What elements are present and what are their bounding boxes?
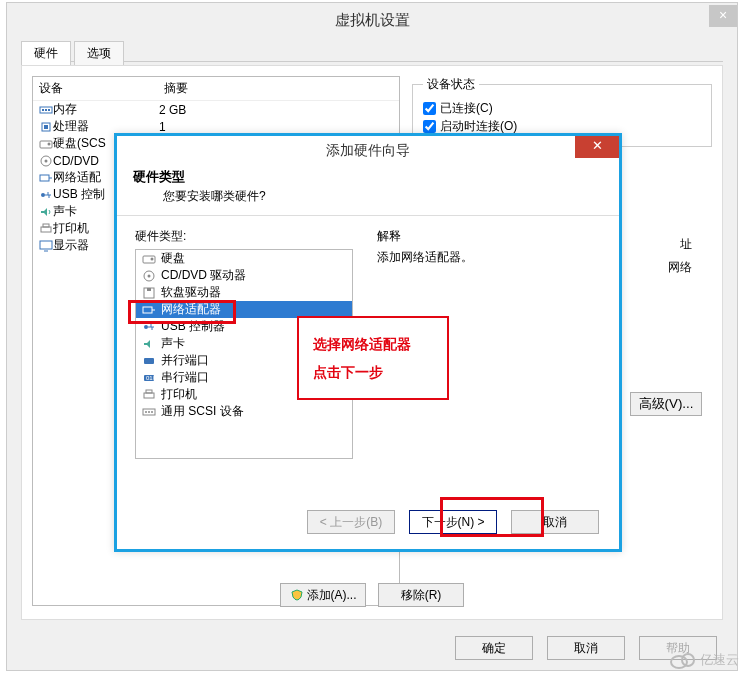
usb-icon [142, 321, 156, 333]
svg-rect-23 [144, 358, 154, 364]
type-label-text: CD/DVD 驱动器 [161, 267, 246, 284]
svg-rect-14 [40, 241, 52, 249]
annotation-callout: 选择网络适配器 点击下一步 [297, 316, 449, 400]
svg-rect-12 [41, 227, 51, 232]
hw-summary: 1 [159, 120, 166, 134]
hw-row-memory[interactable]: 内存 2 GB [33, 101, 399, 118]
cancel-button[interactable]: 取消 [511, 510, 599, 534]
ok-button[interactable]: 确定 [455, 636, 533, 660]
tabs-bar: 硬件 选项 [21, 40, 723, 62]
svg-point-7 [48, 142, 51, 145]
svg-point-30 [148, 411, 150, 413]
explanation-label: 解释 [377, 228, 601, 245]
type-scsi[interactable]: 通用 SCSI 设备 [136, 403, 352, 420]
disk-icon [39, 138, 53, 150]
wizard-button-bar: < 上一步(B) 下一步(N) > 取消 [307, 510, 599, 534]
annotation-line1: 选择网络适配器 [313, 330, 433, 358]
hw-label: CD/DVD [53, 154, 99, 168]
cpu-icon [39, 121, 53, 133]
next-button[interactable]: 下一步(N) > [409, 510, 497, 534]
explanation-text: 添加网络适配器。 [377, 249, 601, 266]
hardware-list-header: 设备 摘要 [33, 77, 399, 101]
svg-point-32 [671, 656, 687, 668]
parallel-icon [142, 355, 156, 367]
nic-icon [142, 304, 156, 316]
hw-label: 硬盘(SCS [53, 135, 106, 152]
wizard-header: 硬件类型 您要安装哪类硬件? [117, 164, 619, 216]
type-floppy[interactable]: 软盘驱动器 [136, 284, 352, 301]
serial-icon: 010 [142, 372, 156, 384]
connect-poweron-check-input[interactable] [423, 120, 436, 133]
type-label: 硬件类型: [135, 228, 353, 245]
cd-icon [39, 155, 53, 167]
cloud-icon [669, 651, 697, 669]
svg-rect-3 [48, 109, 50, 111]
svg-point-33 [682, 654, 694, 666]
add-button[interactable]: 添加(A)... [280, 583, 366, 607]
hw-label: 处理器 [53, 118, 89, 135]
type-label-text: 串行端口 [161, 369, 209, 386]
hw-label: 内存 [53, 101, 77, 118]
type-label-text: 打印机 [161, 386, 197, 403]
type-label-text: 网络适配器 [161, 301, 221, 318]
type-label-text: 软盘驱动器 [161, 284, 221, 301]
col-device: 设备 [39, 80, 164, 97]
svg-point-9 [45, 159, 48, 162]
connected-check-input[interactable] [423, 102, 436, 115]
svg-rect-2 [45, 109, 47, 111]
sound-icon [39, 206, 53, 218]
wizard-title: 添加硬件向导 [326, 142, 410, 158]
back-button: < 上一步(B) [307, 510, 395, 534]
hardware-action-bar: 添加(A)... 移除(R) [22, 583, 722, 607]
close-icon[interactable]: × [709, 5, 737, 27]
type-label-text: 并行端口 [161, 352, 209, 369]
remove-button[interactable]: 移除(R) [378, 583, 464, 607]
svg-point-11 [41, 193, 45, 197]
type-harddisk[interactable]: 硬盘 [136, 250, 352, 267]
hw-label: 显示器 [53, 237, 89, 254]
svg-rect-26 [144, 393, 154, 398]
memory-icon [39, 104, 53, 116]
add-label: 添加(A)... [307, 587, 357, 604]
tab-options[interactable]: 选项 [74, 41, 124, 66]
col-summary: 摘要 [164, 80, 188, 97]
svg-point-22 [144, 325, 148, 329]
shield-icon [290, 589, 304, 601]
svg-rect-10 [40, 175, 49, 181]
cancel-button[interactable]: 取消 [547, 636, 625, 660]
type-label-text: 通用 SCSI 设备 [161, 403, 244, 420]
hw-label: 声卡 [53, 203, 77, 220]
connected-checkbox[interactable]: 已连接(C) [423, 100, 701, 117]
hw-summary: 2 GB [159, 103, 186, 117]
svg-rect-20 [147, 288, 151, 291]
dialog-title: 虚拟机设置 [7, 3, 737, 36]
type-label-text: 声卡 [161, 335, 185, 352]
cd-icon [142, 270, 156, 282]
svg-point-29 [145, 411, 147, 413]
type-label-text: USB 控制器 [161, 318, 225, 335]
disk-icon [142, 253, 156, 265]
status-legend: 设备状态 [423, 76, 479, 93]
type-cddvd[interactable]: CD/DVD 驱动器 [136, 267, 352, 284]
floppy-icon [142, 287, 156, 299]
hw-label: USB 控制 [53, 186, 105, 203]
wizard-header-sub: 您要安装哪类硬件? [163, 188, 603, 205]
annotation-line2: 点击下一步 [313, 358, 433, 386]
printer-icon [142, 389, 156, 401]
hw-label: 网络适配 [53, 169, 101, 186]
type-label-text: 硬盘 [161, 250, 185, 267]
svg-point-16 [151, 257, 154, 260]
scsi-icon [142, 406, 156, 418]
advanced-button[interactable]: 高级(V)... [630, 392, 702, 416]
svg-rect-5 [44, 125, 48, 129]
close-icon[interactable]: ✕ [575, 136, 619, 158]
watermark: 亿速云 [669, 651, 739, 669]
printer-icon [39, 223, 53, 235]
usb-icon [39, 189, 53, 201]
svg-point-31 [151, 411, 153, 413]
nic-icon [39, 172, 53, 184]
wizard-title-bar: 添加硬件向导 ✕ [117, 136, 619, 164]
svg-point-18 [148, 274, 151, 277]
svg-text:010: 010 [146, 375, 156, 381]
tab-hardware[interactable]: 硬件 [21, 41, 71, 66]
